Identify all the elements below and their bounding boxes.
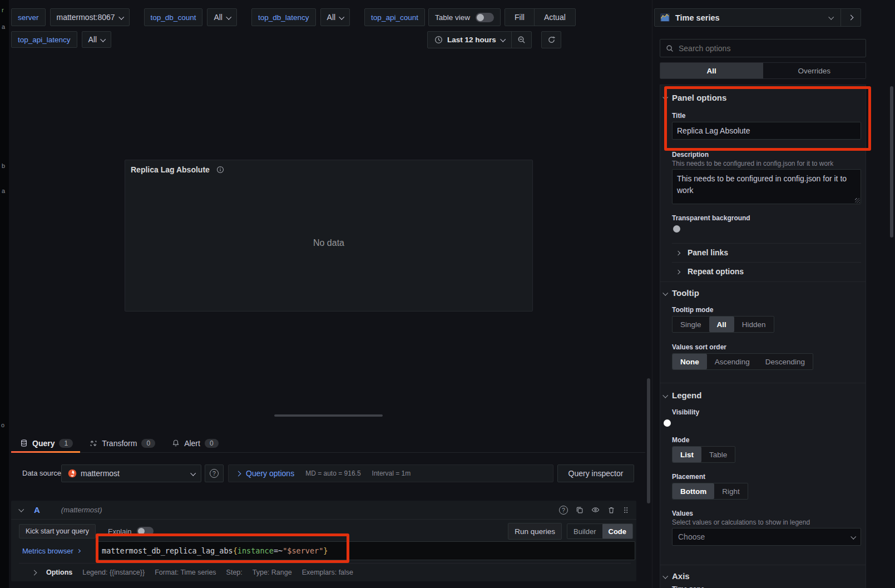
visualization-picker[interactable]: Time series xyxy=(654,8,861,27)
drag-handle-icon[interactable] xyxy=(623,506,629,514)
tab-overrides[interactable]: Overrides xyxy=(763,63,866,78)
transform-count-badge: 0 xyxy=(141,439,155,448)
expr-brace: } xyxy=(323,546,328,555)
variable-label-server[interactable]: server xyxy=(11,8,46,26)
variable-value-top-db-latency[interactable]: All xyxy=(320,8,350,26)
variable-value-server[interactable]: mattermost:8067 xyxy=(50,8,130,26)
placement-right-option[interactable]: Right xyxy=(714,483,748,499)
tooltip-mode-label: Tooltip mode xyxy=(672,306,713,314)
axis-time-zone-label: Time zone xyxy=(672,585,704,588)
variable-label-top-db-count[interactable]: top_db_count xyxy=(144,8,203,26)
format-summary: Format: Time series xyxy=(155,569,216,576)
chevron-down-icon xyxy=(226,14,231,19)
promql-expression-input[interactable]: mattermost_db_replica_lag_abs{instance=~… xyxy=(96,541,635,560)
options-filter-tabs: All Overrides xyxy=(660,62,866,79)
legend-values-select[interactable]: Choose xyxy=(672,528,861,546)
main-scrollbar[interactable] xyxy=(647,378,650,503)
variable-label-top-db-latency[interactable]: top_db_latency xyxy=(251,8,316,26)
legend-section-header[interactable]: Legend xyxy=(672,391,701,400)
zoom-out-button[interactable] xyxy=(512,32,531,48)
transparent-background-label: Transparent background xyxy=(672,214,750,222)
tooltip-all-option[interactable]: All xyxy=(709,317,734,332)
query-editor-card: A (mattermost) ? Kick start your query E… xyxy=(11,501,636,581)
datasource-row: Data source mattermost ? Query options M… xyxy=(11,465,645,482)
tab-transform[interactable]: Transform 0 xyxy=(90,439,155,448)
explain-switch[interactable] xyxy=(137,527,154,536)
query-options-toggle[interactable]: Query options xyxy=(236,469,294,478)
fill-actual-group: Fill Actual xyxy=(505,8,576,26)
panel-options-header[interactable]: Panel options xyxy=(672,93,726,102)
datasource-picker[interactable]: mattermost xyxy=(61,465,201,482)
description-field-label: Description xyxy=(672,151,709,159)
chevron-down-icon xyxy=(828,14,834,20)
info-icon[interactable] xyxy=(216,166,224,174)
expr-label: instance xyxy=(238,546,274,555)
placement-bottom-option[interactable]: Bottom xyxy=(673,483,714,499)
panel-title-input[interactable] xyxy=(672,122,861,140)
chevron-right-icon xyxy=(77,549,81,552)
sidebar-scrollbar[interactable] xyxy=(890,86,893,238)
datasource-help-button[interactable]: ? xyxy=(205,465,224,482)
tooltip-section-header[interactable]: Tooltip xyxy=(672,288,699,298)
query-datasource-hint: (mattermost) xyxy=(61,506,102,514)
type-summary: Type: Range xyxy=(253,569,292,576)
legend-visibility-label: Visibility xyxy=(672,408,699,416)
search-options-box[interactable] xyxy=(660,39,866,57)
variable-label-top-api-count[interactable]: top_api_count xyxy=(364,8,425,26)
collapse-options-button[interactable] xyxy=(840,9,861,26)
step-summary: Step: xyxy=(226,569,243,576)
refresh-button[interactable] xyxy=(541,31,561,48)
resize-grip-icon[interactable] xyxy=(855,198,860,203)
pane-resize-handle[interactable] xyxy=(274,414,383,417)
kick-start-query-button[interactable]: Kick start your query xyxy=(19,524,96,538)
tab-query[interactable]: Query 1 xyxy=(20,439,73,448)
chevron-right-icon xyxy=(32,570,37,575)
repeat-options-collapse[interactable]: Repeat options xyxy=(688,267,744,276)
pane-divider xyxy=(652,0,652,588)
query-ref-id: A xyxy=(34,505,40,515)
table-view-switch[interactable] xyxy=(476,13,494,22)
legend-table-option[interactable]: Table xyxy=(701,447,735,462)
legend-mode-label: Mode xyxy=(672,436,689,444)
query-row-header[interactable]: A (mattermost) ? xyxy=(11,501,636,520)
chevron-down-icon xyxy=(18,507,24,512)
variable-label-top-api-latency[interactable]: top_api_latency xyxy=(11,31,77,48)
legend-values-label: Values xyxy=(672,510,693,517)
variable-value-top-db-count[interactable]: All xyxy=(207,8,237,26)
legend-placement-control: Bottom Right xyxy=(672,483,748,500)
expr-brace: { xyxy=(233,546,238,555)
tooltip-single-option[interactable]: Single xyxy=(673,317,709,332)
options-toggle[interactable]: Options xyxy=(32,569,72,576)
code-option[interactable]: Code xyxy=(602,524,633,538)
trash-icon[interactable] xyxy=(607,506,615,514)
help-icon: ? xyxy=(210,469,219,478)
builder-option[interactable]: Builder xyxy=(567,524,602,538)
expr-metric: mattermost_db_replica_lag_abs xyxy=(102,546,233,555)
variable-value-top-api-latency[interactable]: All xyxy=(82,31,112,48)
query-help-icon[interactable]: ? xyxy=(559,506,568,515)
legend-list-option[interactable]: List xyxy=(673,447,701,462)
tab-all[interactable]: All xyxy=(660,63,763,78)
panel-links-collapse[interactable]: Panel links xyxy=(688,248,728,257)
template-variables-row1: server mattermost:8067 top_db_count All … xyxy=(11,8,459,26)
actual-button[interactable]: Actual xyxy=(535,9,575,26)
time-range-picker[interactable]: Last 12 hours xyxy=(428,32,512,48)
chevron-down-icon xyxy=(118,14,124,19)
sort-none-option[interactable]: None xyxy=(673,354,707,369)
edge-text-fragment: r xyxy=(2,7,4,13)
fill-button[interactable]: Fill xyxy=(505,9,535,26)
axis-section-header[interactable]: Axis xyxy=(672,571,690,581)
metrics-browser-link[interactable]: Metrics browser xyxy=(19,542,83,560)
tooltip-hidden-option[interactable]: Hidden xyxy=(734,317,774,332)
sort-descending-option[interactable]: Descending xyxy=(758,354,813,369)
search-options-input[interactable] xyxy=(679,44,860,53)
options-sidebar: Time series All Overrides Panel options … xyxy=(654,0,895,588)
query-inspector-button[interactable]: Query inspector xyxy=(557,465,634,482)
panel-title[interactable]: Replica Lag Absolute xyxy=(131,165,210,174)
duplicate-icon[interactable] xyxy=(576,506,584,514)
tab-alert[interactable]: Alert 0 xyxy=(172,439,218,448)
sort-ascending-option[interactable]: Ascending xyxy=(707,354,758,369)
run-queries-button[interactable]: Run queries xyxy=(508,523,562,540)
panel-description-textarea[interactable]: This needs to be configured in config.js… xyxy=(672,169,861,204)
eye-icon[interactable] xyxy=(591,506,600,514)
